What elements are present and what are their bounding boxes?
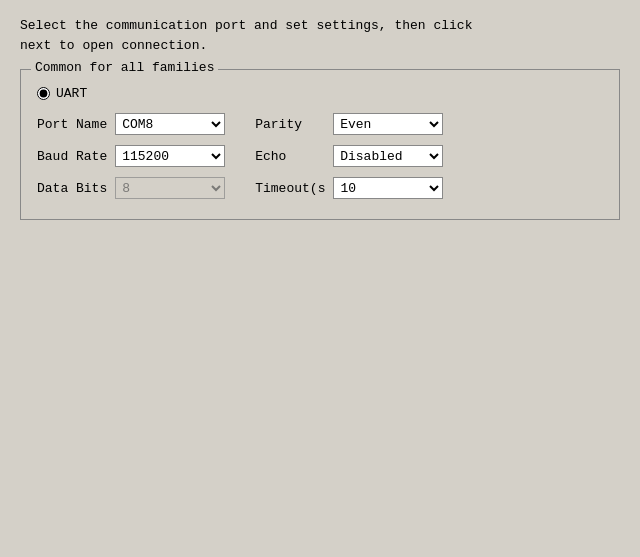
baud-rate-row: Baud Rate 115200 9600 19200 38400 57600 …: [37, 145, 225, 167]
port-name-label: Port Name: [37, 117, 107, 132]
timeout-select[interactable]: 10 5 15 30 60: [333, 177, 443, 199]
data-bits-row: Data Bits 8 7: [37, 177, 225, 199]
timeout-row: Timeout(s 10 5 15 30 60: [255, 177, 443, 199]
instructions: Select the communication port and set se…: [20, 16, 620, 55]
parity-row: Parity Even None Odd: [255, 113, 443, 135]
instruction-line1: Select the communication port and set se…: [20, 18, 472, 33]
common-settings-group: Common for all families UART Port Name C…: [20, 69, 620, 220]
fieldset-legend: Common for all families: [31, 60, 218, 75]
left-panel: Port Name COM8 COM1 COM2 COM3 COM4 COM5 …: [37, 113, 225, 199]
parity-select[interactable]: Even None Odd: [333, 113, 443, 135]
uart-radio[interactable]: [37, 87, 50, 100]
parity-label: Parity: [255, 117, 325, 132]
baud-rate-select[interactable]: 115200 9600 19200 38400 57600 230400: [115, 145, 225, 167]
data-bits-select: 8 7: [115, 177, 225, 199]
timeout-label: Timeout(s: [255, 181, 325, 196]
instruction-line2: next to open connection.: [20, 38, 207, 53]
port-name-row: Port Name COM8 COM1 COM2 COM3 COM4 COM5 …: [37, 113, 225, 135]
echo-label: Echo: [255, 149, 325, 164]
echo-row: Echo Disabled Enabled: [255, 145, 443, 167]
port-name-select[interactable]: COM8 COM1 COM2 COM3 COM4 COM5 COM6 COM7: [115, 113, 225, 135]
data-bits-label: Data Bits: [37, 181, 107, 196]
uart-label[interactable]: UART: [56, 86, 87, 101]
echo-select[interactable]: Disabled Enabled: [333, 145, 443, 167]
right-panel: Parity Even None Odd Echo Disabled Enabl…: [255, 113, 443, 199]
baud-rate-label: Baud Rate: [37, 149, 107, 164]
uart-radio-row: UART: [37, 86, 603, 101]
